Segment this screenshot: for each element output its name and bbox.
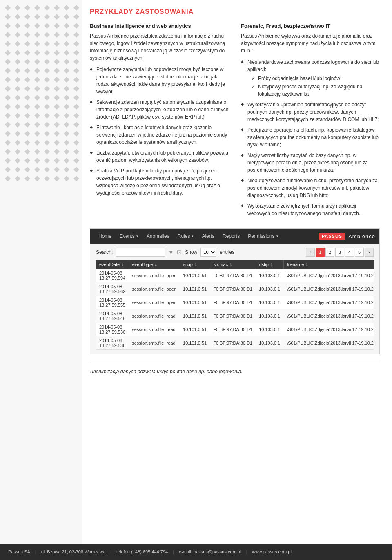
main-content: PRZYKŁADY ZASTOSOWANIA Business intellig… — [82, 0, 392, 387]
table-cell-eventDate: 2014-05-0813:27:59.555 — [96, 296, 129, 309]
table-cell-filename: \S01\PUBLIC\Zdjęcia\2013\larvii 17-19.10… — [283, 323, 374, 336]
table-cell-filename: \S01\PUBLIC\Zdjęcia\2013\larvii 17-19.10… — [283, 296, 374, 309]
diamond-shape — [5, 32, 11, 38]
nav-item-permissions[interactable]: Permissions▾ — [244, 229, 282, 244]
table-cell-filename: \S01\PUBLIC\Zdjęcia\2013\larvii 17-19.10… — [283, 282, 374, 296]
diamond-shape — [24, 158, 30, 164]
nav-item-anomalies[interactable]: Anomalies — [143, 229, 174, 244]
diamond-shape — [44, 131, 50, 137]
diamond-shape — [15, 14, 20, 20]
table-cell-srcip: 10.101.0.51 — [180, 336, 210, 350]
diamond-shape — [15, 86, 20, 92]
diamond-shape — [64, 131, 69, 137]
diamond-shape — [34, 86, 40, 92]
table-cell-srcip: 10.101.0.51 — [180, 309, 210, 323]
diamond-shape — [54, 59, 60, 65]
list-item: Wykorzystanie zewnętrznych formularzy i … — [241, 202, 380, 217]
diamond-shape — [44, 41, 50, 47]
diamond-shape — [44, 149, 50, 155]
table-row: 2014-05-0813:27:59.562session.smb.file_o… — [96, 282, 374, 296]
nav-item-alerts[interactable]: Alerts — [198, 229, 218, 244]
list-item: Wykorzystanie uprawnień administracyjnyc… — [241, 101, 380, 123]
diamond-shape — [64, 77, 69, 83]
sub-list-item: Nietypowy proces autoryzacji np. ze wzgl… — [252, 83, 380, 98]
sort-icon: ⇕ — [270, 263, 273, 267]
table-cell-eventDate: 2014-05-0813:27:59.536 — [96, 323, 129, 336]
table-header-srcip[interactable]: srcip⇕ — [180, 260, 210, 269]
table-cell-filename: \S01\PUBLIC\Zdjęcia\2013\larvii 17-19.10… — [283, 309, 374, 323]
diamond-shape — [34, 14, 40, 20]
nav-item-reports[interactable]: Reports — [218, 229, 244, 244]
pagination-page-5[interactable]: 5 — [355, 248, 364, 257]
table-header-filename[interactable]: filename⇕ — [283, 260, 374, 269]
list-item: Nieautoryzowane tunelowanie ruchu, przes… — [241, 177, 380, 199]
nav-item-events[interactable]: Events▾ — [116, 229, 143, 244]
diamond-shape — [5, 122, 11, 128]
pagination-page-4[interactable]: 4 — [345, 248, 354, 257]
pagination-page-3[interactable]: 3 — [335, 248, 344, 257]
diamond-shape — [54, 149, 60, 155]
diamond-shape — [15, 140, 20, 146]
table-cell-srcmac: F0:BF:97:DA:80:D1 — [210, 282, 256, 296]
diamond-shape — [74, 104, 79, 110]
table-header-dstip[interactable]: dstip⇕ — [256, 260, 283, 269]
diamond-shape — [34, 104, 40, 110]
checkbox-icon[interactable]: ☑ — [177, 249, 182, 255]
pagination-prev[interactable]: ‹ — [306, 248, 315, 257]
diamond-shape — [74, 59, 79, 65]
pagination-page-2[interactable]: 2 — [325, 248, 334, 257]
diamond-shape — [74, 113, 79, 119]
diamond-shape — [44, 158, 50, 164]
diamond-shape — [44, 50, 50, 56]
diamond-shape — [74, 86, 79, 92]
table-header-eventType[interactable]: eventType⇕ — [129, 260, 180, 269]
diamond-shape — [5, 50, 11, 56]
diamond-shape — [64, 122, 69, 128]
data-table: eventDate⇕eventType⇕srcip⇕srcmac⇕dstip⇕f… — [96, 260, 374, 350]
diamond-shape — [5, 23, 11, 29]
diamond-shape — [5, 140, 11, 146]
diamond-shape — [44, 140, 50, 146]
nav-item-home[interactable]: Home — [94, 229, 116, 244]
pagination-next[interactable]: › — [365, 248, 374, 257]
nav-item-rules[interactable]: Rules▾ — [174, 229, 198, 244]
left-decorative-pattern — [0, 0, 82, 560]
diamond-shape — [5, 86, 11, 92]
two-col-section: Business intelligence and web analytics … — [90, 23, 380, 220]
diamond-shape — [74, 32, 79, 38]
diamond-shape — [74, 95, 79, 101]
diamond-shape — [15, 104, 20, 110]
pagination-page-1[interactable]: 1 — [316, 248, 325, 257]
diamond-shape — [15, 95, 20, 101]
diamond-shape — [64, 86, 69, 92]
diamond-shape — [64, 104, 69, 110]
table-header-eventDate[interactable]: eventDate⇕ — [96, 260, 129, 269]
table-cell-eventDate: 2014-05-0813:27:59.562 — [96, 282, 129, 296]
table-cell-dstip: 10.103.0.1 — [256, 296, 283, 309]
diamond-shape — [15, 5, 20, 11]
diamond-shape — [64, 158, 69, 164]
list-item: Niestandardowe zachowania podczas logowa… — [241, 58, 380, 98]
diamond-shape — [44, 23, 50, 29]
anonymization-note: Anonimizacja danych pozwala ukryć poufne… — [90, 363, 380, 379]
diamond-shape — [5, 5, 11, 11]
diamond-shape — [74, 131, 79, 137]
diamond-shape — [74, 158, 79, 164]
diamond-shape — [34, 167, 40, 172]
diamond-shape — [64, 95, 69, 101]
table-header-srcmac[interactable]: srcmac⇕ — [210, 260, 256, 269]
show-label: Show — [185, 249, 197, 255]
diamond-shape — [15, 23, 20, 29]
search-input[interactable] — [116, 248, 165, 257]
diamond-shape — [64, 50, 69, 56]
diamond-shape — [74, 77, 79, 83]
search-label: Search: — [96, 249, 113, 255]
diamond-shape — [15, 176, 20, 181]
right-intro-text: Passus Ambience wykrywa oraz dokumentuje… — [241, 32, 380, 54]
list-item: Sekwencje zdarzeń mogą być automatycznie… — [90, 99, 229, 121]
filter-icon[interactable]: ▼ — [168, 249, 174, 255]
table-cell-eventType: session.smb.file_read — [129, 309, 180, 323]
diamond-shape — [54, 95, 60, 101]
show-select[interactable]: 10 25 50 — [200, 248, 216, 257]
diamond-shape — [34, 149, 40, 155]
